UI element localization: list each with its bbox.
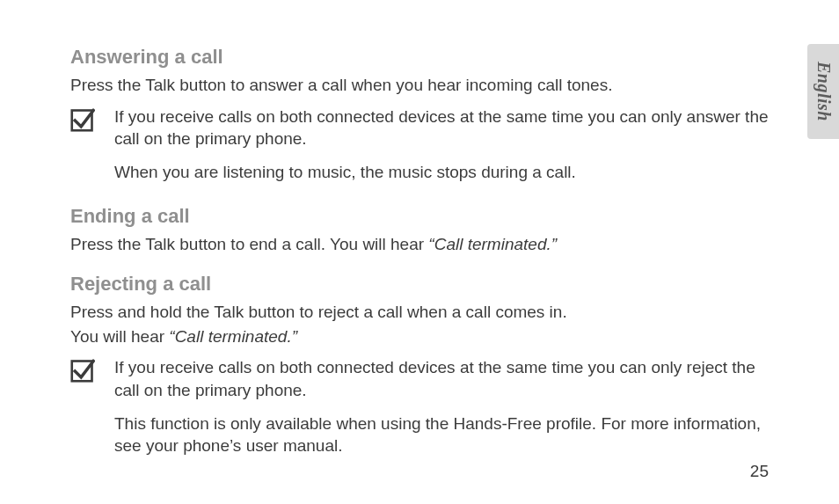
text-ending-quote: “Call terminated.” [428, 235, 557, 253]
text-rejecting-prefix: You will hear [70, 327, 169, 346]
text-ending-prefix: Press the Talk button to end a call. You… [70, 235, 428, 253]
heading-rejecting: Rejecting a call [70, 273, 769, 296]
note-answering-line1: If you receive calls on both connected d… [114, 106, 769, 150]
language-tab: English [807, 44, 839, 139]
text-rejecting-line2: You will hear “Call terminated.” [70, 325, 769, 348]
note-rejecting: If you receive calls on both connected d… [70, 356, 769, 463]
note-answering-line2: When you are listening to music, the mus… [114, 161, 769, 184]
page-number: 25 [750, 462, 769, 481]
heading-answering: Answering a call [70, 46, 769, 69]
note-rejecting-content: If you receive calls on both connected d… [114, 356, 769, 463]
note-answering-content: If you receive calls on both connected d… [114, 106, 769, 189]
text-rejecting-quote: “Call terminated.” [169, 327, 297, 346]
language-tab-label: English [813, 62, 834, 121]
note-rejecting-line1: If you receive calls on both connected d… [114, 356, 769, 401]
text-ending-body: Press the Talk button to end a call. You… [70, 233, 769, 256]
heading-ending: Ending a call [70, 205, 769, 228]
manual-page: English Answering a call Press the Talk … [0, 0, 839, 504]
checkbox-icon [70, 358, 104, 383]
text-rejecting-line1: Press and hold the Talk button to reject… [70, 301, 769, 324]
text-answering-body: Press the Talk button to answer a call w… [70, 74, 769, 97]
note-answering: If you receive calls on both connected d… [70, 106, 769, 189]
checkbox-icon [70, 107, 104, 132]
note-rejecting-line2: This function is only available when usi… [114, 413, 769, 457]
